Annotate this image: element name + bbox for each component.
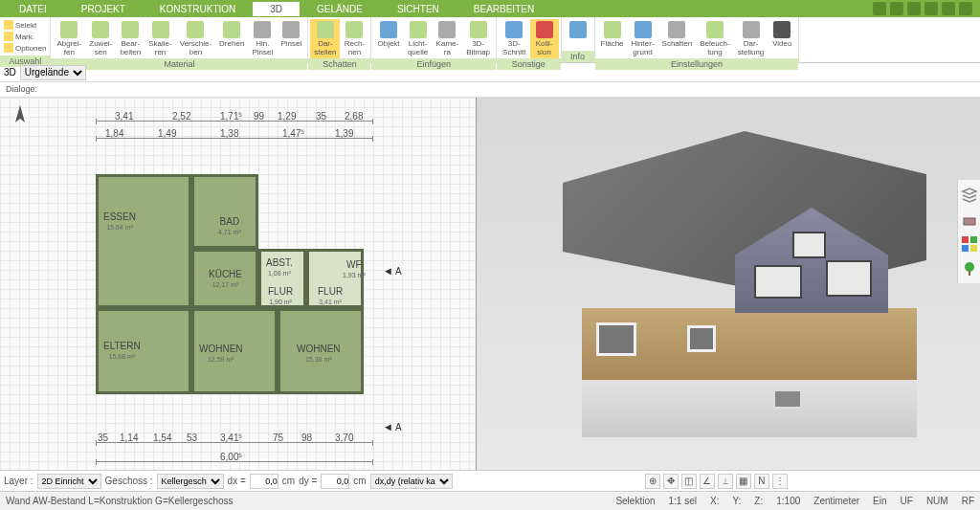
group-material: Abgrei- fen Zuwei- sen Bear- beiten Skal… <box>51 17 308 62</box>
group-label-einfuegen: Einfügen <box>371 58 496 70</box>
svg-point-6 <box>965 262 974 272</box>
geschoss-label: Geschoss : <box>105 476 153 486</box>
gable-window <box>754 265 802 299</box>
tool-pinsel[interactable]: Pinsel <box>277 19 305 50</box>
group-schatten: Dar- stellen Rech- nen Schatten <box>308 17 371 62</box>
tab-datei[interactable]: DATEI <box>2 2 64 16</box>
status-info: Wand AW-Bestand L=Konstruktion G=Kellerg… <box>6 496 234 506</box>
tool-hintergrund[interactable]: Hinter- grund <box>628 19 658 58</box>
grid-toggle-icon[interactable]: ▦ <box>736 474 751 489</box>
group-label-einstellungen: Einstellungen <box>595 58 799 70</box>
compass-icon <box>6 103 34 132</box>
workspace: 3,41 2,52 1,71⁵ 99 1,29 35 2,68 1,84 1,4… <box>0 98 980 470</box>
selekt-button[interactable]: Selekt <box>2 19 48 31</box>
tab-bearbeiten[interactable]: BEARBEITEN <box>457 2 551 16</box>
mark-button[interactable]: Mark. <box>2 31 48 42</box>
tool-bearbeiten[interactable]: Bear- beiten <box>116 19 145 58</box>
dots-icon[interactable]: ⋮ <box>772 474 788 489</box>
measure-icon[interactable]: ⟂ <box>718 474 733 489</box>
status-scale: 1:1 sel <box>669 496 697 506</box>
materials-icon[interactable] <box>961 235 978 253</box>
room-flur1: FLUR1,90 m² <box>268 287 293 307</box>
tab-gelaende[interactable]: GELÄNDE <box>300 2 380 16</box>
tool-3dschnitt[interactable]: 3D- Schnitt <box>499 19 529 58</box>
tab-sichten[interactable]: SICHTEN <box>380 2 457 16</box>
furniture-icon[interactable] <box>961 211 978 228</box>
angle-icon[interactable]: ∠ <box>700 474 715 489</box>
gable-window <box>826 260 872 297</box>
tool-beleuchtung[interactable]: Beleuch- tung <box>696 19 734 58</box>
svg-rect-2 <box>962 236 969 243</box>
tab-projekt[interactable]: PROJEKT <box>64 2 143 16</box>
layers-icon[interactable] <box>961 186 978 203</box>
tool-darstellung[interactable]: Dar- stellung <box>734 19 768 58</box>
tool-drehen[interactable]: Drehen <box>215 19 248 50</box>
tool-skalieren[interactable]: Skalie- ren <box>145 19 175 58</box>
room-essen: ESSEN15,84 m² <box>103 212 136 233</box>
layer-select[interactable]: 2D Einricht <box>37 474 101 489</box>
tool-video[interactable]: Video <box>768 19 796 50</box>
status-x: X: <box>710 496 719 506</box>
tab-3d[interactable]: 3D <box>253 2 300 16</box>
maximize-icon[interactable] <box>942 2 955 15</box>
status-unit: Zentimeter <box>813 496 859 506</box>
section-marker-top: ◄ A <box>383 265 402 277</box>
status-num: NUM <box>926 496 948 506</box>
group-label-sonstige: Sonstige <box>497 58 560 70</box>
dy-input[interactable] <box>321 474 349 489</box>
tool-objekt[interactable]: Objekt <box>373 19 403 50</box>
tool-kollision[interactable]: Kolli- sion <box>530 19 559 58</box>
tool-darstellen[interactable]: Dar- stellen <box>310 19 340 58</box>
info-icon[interactable] <box>907 2 921 15</box>
dialoge-bar: Dialoge: <box>0 82 980 98</box>
snap-icon[interactable]: ◫ <box>681 474 697 489</box>
dx-input[interactable] <box>250 474 278 489</box>
tree-icon[interactable] <box>961 260 978 277</box>
tool-flaeche[interactable]: Fläche <box>597 19 628 50</box>
room-bad: BAD4,71 m² <box>218 217 241 237</box>
pan-icon[interactable]: ✥ <box>663 474 679 489</box>
dy-label: dy = <box>299 476 317 486</box>
group-label-info: Info <box>562 51 594 62</box>
minimize-icon[interactable] <box>924 2 938 15</box>
optionen-button[interactable]: Optionen <box>2 42 48 54</box>
room-kueche: KÜCHE12,17 m² <box>209 270 242 290</box>
help-icon[interactable] <box>873 2 886 15</box>
n-icon[interactable]: N <box>754 474 769 489</box>
urgelaende-dropdown[interactable]: Urgelände <box>20 65 86 80</box>
right-sidebar <box>957 180 980 283</box>
tool-rechnen[interactable]: Rech- nen <box>340 19 368 58</box>
coord-mode-select[interactable]: dx,dy (relativ ka <box>370 474 453 489</box>
zoom-icon[interactable]: ⊕ <box>645 474 660 489</box>
group-label-material: Material <box>51 58 307 70</box>
tool-lichtquelle[interactable]: Licht- quelle <box>404 19 433 58</box>
menu-bar: DATEI PROJEKT KONSTRUKTION 3D GELÄNDE SI… <box>0 0 980 17</box>
status-ratio: 1:100 <box>776 496 800 506</box>
tool-kamera[interactable]: Kame- ra <box>433 19 463 58</box>
2d-floorplan-pane[interactable]: 3,41 2,52 1,71⁵ 99 1,29 35 2,68 1,84 1,4… <box>0 98 477 470</box>
tab-konstruktion[interactable]: KONSTRUKTION <box>143 2 253 16</box>
tool-verschieben[interactable]: Verschie- ben <box>176 19 215 58</box>
svg-rect-1 <box>964 218 975 225</box>
tool-zuweisen[interactable]: Zuwei- sen <box>85 19 116 58</box>
mode-label: 3D <box>4 67 16 78</box>
geschoss-select[interactable]: Kellergesch <box>157 474 224 489</box>
3d-view-pane[interactable] <box>477 98 980 470</box>
tool-info[interactable] <box>564 19 592 41</box>
settings-icon[interactable] <box>890 2 903 15</box>
room-flur2: FLUR3,41 m² <box>318 287 343 307</box>
window-3d <box>596 322 636 356</box>
tool-schatten-set[interactable]: Schatten <box>658 19 697 50</box>
status-bar: Wand AW-Bestand L=Konstruktion G=Kellerg… <box>0 491 980 510</box>
tool-hinpinsel[interactable]: Hin. Pinsel <box>248 19 277 58</box>
gable-window <box>792 232 826 258</box>
status-selektion: Selektion <box>615 496 655 506</box>
close-icon[interactable] <box>959 2 972 15</box>
group-label-schatten: Schatten <box>308 58 370 70</box>
bottom-bar: Layer : 2D Einricht Geschoss : Kellerges… <box>0 470 980 491</box>
group-sonstige: 3D- Schnitt Kolli- sion Sonstige <box>497 17 561 62</box>
group-auswahl: Selekt Mark. Optionen Auswahl <box>0 17 51 62</box>
tool-3dbitmap[interactable]: 3D- Bitmap <box>462 19 494 58</box>
ribbon: Selekt Mark. Optionen Auswahl Abgrei- fe… <box>0 17 980 63</box>
tool-abgreifen[interactable]: Abgrei- fen <box>53 19 85 58</box>
